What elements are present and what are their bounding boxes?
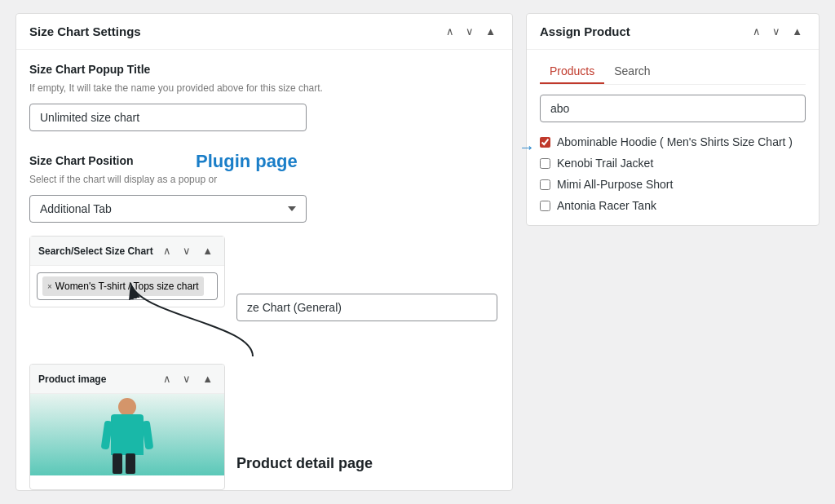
left-panel-title: Size Chart Settings [29, 24, 141, 38]
widget-controls: ∧ ∨ ▲ [160, 243, 216, 259]
widget-title: Search/Select Size Chart [38, 245, 153, 257]
blue-arrow-pointer: → [519, 138, 535, 157]
checkbox-mimi[interactable] [540, 179, 550, 190]
right-panel-controls: ∧ ∨ ▲ [749, 24, 806, 39]
person-left-leg [113, 453, 122, 474]
tabs-row: Products Search [540, 60, 806, 85]
panel-menu-button[interactable]: ▲ [482, 24, 499, 39]
left-panel: Size Chart Settings ∧ ∨ ▲ Size Chart Pop… [15, 13, 513, 491]
right-panel-title: Assign Product [540, 24, 630, 38]
product-image-title: Product image [38, 374, 106, 385]
product-image-down-button[interactable]: ∨ [179, 371, 194, 387]
product-image-header: Product image ∧ ∨ ▲ [30, 365, 224, 394]
right-panel: Assign Product ∧ ∨ ▲ Products Search → A… [526, 13, 820, 226]
position-dropdown[interactable]: Additional Tab Popup Inline [29, 195, 307, 223]
checkbox-antonia-label: Antonia Racer Tank [557, 199, 656, 212]
popup-section-desc: If empty, It will take the name you prov… [29, 81, 499, 95]
tag-label: Women's T-shirt / Tops size chart [55, 281, 199, 292]
popup-title-input[interactable] [29, 104, 307, 131]
panel-controls: ∧ ∨ ▲ [443, 24, 499, 39]
position-section-desc: Select if the chart will display as a po… [29, 172, 499, 187]
person-figure [103, 398, 152, 471]
widget-down-button[interactable]: ∨ [179, 243, 194, 259]
product-detail-label: Product detail page [236, 455, 373, 472]
right-panel-header: Assign Product ∧ ∨ ▲ [527, 14, 819, 50]
tag-input[interactable]: × Women's T-shirt / Tops size chart [37, 272, 218, 300]
popup-title-section: Size Chart Popup Title If empty, It will… [29, 63, 499, 148]
product-image-up-button[interactable]: ∧ [160, 371, 175, 387]
size-chart-tag: × Women's T-shirt / Tops size chart [42, 276, 204, 296]
second-chart-input[interactable] [236, 294, 497, 321]
product-image-widget: Product image ∧ ∨ ▲ [29, 364, 225, 490]
checkbox-kenobi[interactable] [540, 158, 550, 169]
collapse-down-button[interactable]: ∨ [462, 24, 477, 39]
person-right-leg [126, 453, 135, 474]
tab-products[interactable]: Products [540, 60, 604, 84]
plugin-page-label: Plugin page [196, 151, 298, 172]
popup-section-label: Size Chart Popup Title [29, 63, 499, 76]
right-panel-menu-button[interactable]: ▲ [789, 24, 806, 39]
widget-header: Search/Select Size Chart ∧ ∨ ▲ [30, 237, 224, 266]
checkbox-item-4: Antonia Racer Tank [540, 199, 806, 212]
left-panel-body: Size Chart Popup Title If empty, It will… [16, 50, 512, 330]
checkbox-abominable-label: Abominable Hoodie ( Men's Shirts Size Ch… [557, 135, 793, 148]
left-panel-header: Size Chart Settings ∧ ∨ ▲ [16, 14, 512, 50]
widget-menu-button[interactable]: ▲ [199, 243, 216, 259]
right-panel-up-button[interactable]: ∧ [749, 24, 764, 39]
widget-up-button[interactable]: ∧ [160, 243, 175, 259]
tab-search[interactable]: Search [604, 60, 660, 84]
product-image-placeholder [30, 394, 224, 475]
person-body [111, 414, 144, 455]
tag-close-icon[interactable]: × [47, 282, 52, 291]
checkbox-item-1: Abominable Hoodie ( Men's Shirts Size Ch… [540, 135, 806, 148]
widget-body: × Women's T-shirt / Tops size chart [30, 266, 224, 307]
checkbox-item-2: Kenobi Trail Jacket [540, 157, 806, 170]
checkbox-kenobi-label: Kenobi Trail Jacket [557, 157, 653, 170]
search-select-widget: Search/Select Size Chart ∧ ∨ ▲ × Women's… [29, 236, 225, 307]
product-image-menu-button[interactable]: ▲ [199, 371, 216, 387]
right-panel-body: Products Search → Abominable Hoodie ( Me… [527, 50, 819, 225]
checkbox-item-3: Mimi All-Purpose Short [540, 178, 806, 191]
checkbox-abominable[interactable] [540, 137, 550, 148]
checkbox-antonia[interactable] [540, 201, 550, 211]
checkbox-list: Abominable Hoodie ( Men's Shirts Size Ch… [540, 132, 806, 215]
checkbox-mimi-label: Mimi All-Purpose Short [557, 178, 673, 191]
right-panel-down-button[interactable]: ∨ [769, 24, 784, 39]
person-head [118, 398, 136, 416]
search-input[interactable] [540, 95, 806, 122]
position-dropdown-row: Additional Tab Popup Inline [29, 195, 499, 223]
collapse-up-button[interactable]: ∧ [443, 24, 457, 39]
product-image-controls: ∧ ∨ ▲ [160, 371, 216, 387]
